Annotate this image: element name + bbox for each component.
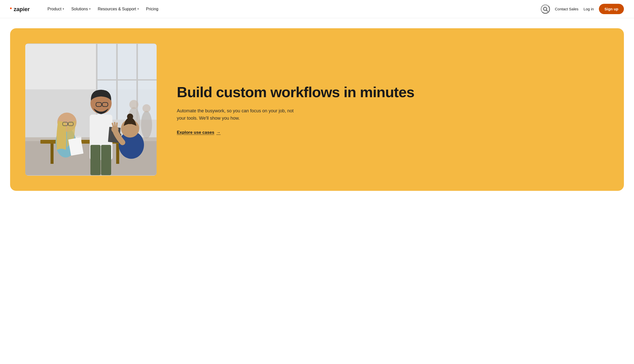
svg-point-14 [129,100,138,109]
chevron-down-icon: ▾ [63,7,64,11]
svg-point-23 [76,136,81,138]
arrow-icon: → [216,130,221,135]
zapier-logo: zapier [10,5,35,13]
svg-rect-9 [136,44,138,120]
svg-text:zapier: zapier [14,6,30,12]
sign-up-button[interactable]: Sign up [599,4,624,14]
chevron-down-icon: ▾ [89,7,91,11]
nav-right: Contact Sales Log in Sign up [541,4,624,14]
hero-image [25,43,157,176]
svg-line-42 [112,123,113,126]
explore-label: Explore use cases [177,130,214,135]
hero-headline: Build custom workflows in minutes [177,84,604,100]
svg-rect-32 [101,145,111,175]
log-in-link[interactable]: Log in [583,7,594,11]
nav-item-product[interactable]: Product ▾ [44,5,67,13]
hero-card: Build custom workflows in minutes Automa… [10,28,624,191]
search-icon [543,6,548,12]
nav-item-solutions[interactable]: Solutions ▾ [68,5,94,13]
nav-links: Product ▾ Solutions ▾ Resources & Suppor… [44,5,541,13]
main-content: Build custom workflows in minutes Automa… [0,18,634,201]
svg-line-3 [546,10,548,11]
hero-text: Build custom workflows in minutes Automa… [177,43,604,176]
svg-rect-10 [96,79,157,81]
chevron-down-icon: ▾ [137,7,139,11]
nav-resources-label: Resources & Support [98,7,136,11]
nav-solutions-label: Solutions [71,7,88,11]
svg-point-40 [127,114,133,120]
svg-line-43 [115,123,115,125]
svg-rect-8 [116,44,118,120]
navbar: zapier Product ▾ Solutions ▾ Resources &… [0,0,634,18]
svg-rect-18 [51,144,54,164]
svg-rect-0 [10,8,12,9]
nav-product-label: Product [47,7,61,11]
svg-line-44 [117,123,117,126]
svg-point-15 [141,111,152,139]
logo-link[interactable]: zapier [10,5,35,13]
contact-sales-link[interactable]: Contact Sales [555,7,578,11]
explore-use-cases-link[interactable]: Explore use cases → [177,130,604,135]
nav-item-resources[interactable]: Resources & Support ▾ [95,5,142,13]
nav-item-pricing[interactable]: Pricing [143,5,161,13]
search-button[interactable] [541,5,550,14]
hero-subtext: Automate the busywork, so you can focus … [177,107,298,122]
svg-point-16 [142,104,151,112]
svg-rect-19 [116,144,119,164]
svg-point-41 [111,126,118,133]
hero-image-container [25,43,157,176]
svg-rect-31 [90,145,101,175]
nav-pricing-label: Pricing [146,7,158,11]
